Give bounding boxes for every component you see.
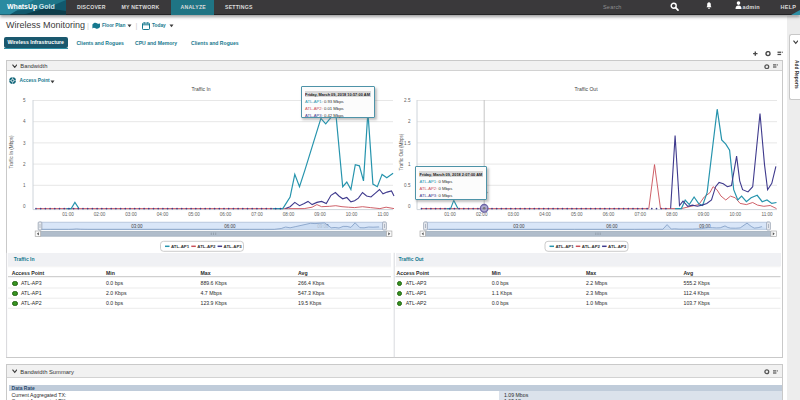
svg-text:08:00: 08:00 bbox=[666, 212, 678, 217]
svg-text:0.5: 0.5 bbox=[404, 183, 411, 188]
svg-text:06:00: 06:00 bbox=[603, 212, 615, 217]
svg-text:02:00: 02:00 bbox=[94, 212, 106, 217]
svg-text:03:00: 03:00 bbox=[513, 224, 525, 229]
svg-text:ATL-AP3: ATL-AP3 bbox=[608, 244, 627, 249]
svg-text:ATL-AP3: ATL-AP3 bbox=[224, 244, 243, 249]
svg-text:ATL-AP1: ATL-AP1 bbox=[556, 244, 575, 249]
svg-text:01:00: 01:00 bbox=[62, 212, 74, 217]
svg-text:10:00: 10:00 bbox=[730, 212, 742, 217]
svg-text:04:00: 04:00 bbox=[539, 212, 551, 217]
svg-text:Traffic In (Mbps): Traffic In (Mbps) bbox=[9, 135, 14, 169]
svg-text:Traffic Out: Traffic Out bbox=[574, 86, 598, 92]
svg-text:10:00: 10:00 bbox=[346, 212, 358, 217]
svg-text:1: 1 bbox=[23, 183, 26, 188]
svg-text:5: 5 bbox=[23, 98, 26, 103]
svg-text:1.5: 1.5 bbox=[404, 141, 411, 146]
svg-text:ATL-AP2: ATL-AP2 bbox=[582, 244, 601, 249]
svg-text:05:00: 05:00 bbox=[571, 212, 583, 217]
svg-text:03:00: 03:00 bbox=[125, 212, 137, 217]
svg-text:06:00: 06:00 bbox=[224, 224, 236, 229]
svg-text:11:00: 11:00 bbox=[377, 212, 389, 217]
svg-text:4: 4 bbox=[23, 119, 26, 124]
svg-text:08:00: 08:00 bbox=[283, 212, 295, 217]
svg-text:06:00: 06:00 bbox=[220, 212, 232, 217]
svg-text:02:00: 02:00 bbox=[476, 212, 488, 217]
svg-text:05:00: 05:00 bbox=[188, 212, 200, 217]
svg-text:01:00: 01:00 bbox=[444, 212, 456, 217]
svg-text:03:00: 03:00 bbox=[131, 224, 143, 229]
svg-text:2.5: 2.5 bbox=[404, 98, 411, 103]
svg-text:Traffic In: Traffic In bbox=[191, 86, 210, 92]
svg-text:2: 2 bbox=[408, 119, 411, 124]
svg-text:0: 0 bbox=[23, 204, 26, 209]
svg-text:0: 0 bbox=[408, 204, 411, 209]
svg-text:ATL-AP1: ATL-AP1 bbox=[171, 244, 190, 249]
svg-text:04:00: 04:00 bbox=[157, 212, 169, 217]
svg-text:1: 1 bbox=[408, 162, 411, 167]
svg-text:ATL-AP2: ATL-AP2 bbox=[197, 244, 216, 249]
svg-text:2: 2 bbox=[23, 162, 26, 167]
svg-text:09:00: 09:00 bbox=[314, 212, 326, 217]
svg-text:3: 3 bbox=[23, 141, 26, 146]
svg-text:03:00: 03:00 bbox=[508, 212, 520, 217]
svg-text:07:00: 07:00 bbox=[634, 212, 646, 217]
svg-text:06:00: 06:00 bbox=[606, 224, 618, 229]
svg-text:09:00: 09:00 bbox=[698, 212, 710, 217]
svg-text:Traffic Out (Mbps): Traffic Out (Mbps) bbox=[399, 133, 404, 170]
svg-text:07:00: 07:00 bbox=[251, 212, 263, 217]
svg-text:11:00: 11:00 bbox=[761, 212, 773, 217]
